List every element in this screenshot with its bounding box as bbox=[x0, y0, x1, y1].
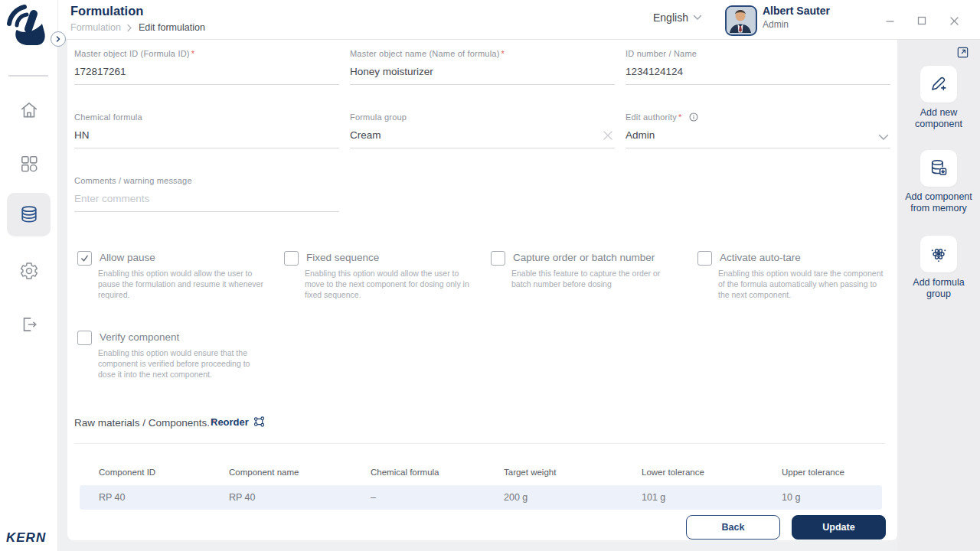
right-action-panel: Add new component Add component from mem… bbox=[897, 39, 980, 551]
database-icon bbox=[18, 204, 40, 226]
add-component-from-memory-button[interactable]: Add component from memory bbox=[897, 150, 980, 215]
field-label: Master object ID (Formula ID) bbox=[74, 49, 190, 58]
option-description: Enabling this option would tare the comp… bbox=[718, 269, 885, 301]
field-edit-authority: Edit authority* bbox=[626, 112, 890, 148]
sidebar-item-settings[interactable] bbox=[0, 249, 57, 292]
sidebar-item-apps[interactable] bbox=[0, 142, 57, 185]
option-label: Allow pause bbox=[100, 252, 155, 263]
kern-brand-text: KERN bbox=[6, 530, 46, 546]
option-activate-auto-tare: Activate auto-tare Enabling this option … bbox=[697, 251, 890, 301]
checkbox[interactable] bbox=[284, 251, 299, 266]
option-fixed-sequence: Fixed sequence Enabling this option woul… bbox=[284, 251, 477, 301]
col-header: Component ID bbox=[80, 468, 210, 477]
edit-authority-select[interactable] bbox=[626, 128, 890, 148]
section-divider bbox=[74, 443, 885, 444]
chemical-formula-input[interactable] bbox=[74, 128, 339, 148]
action-label: Add component from memory bbox=[902, 191, 975, 215]
sidebar-divider bbox=[8, 75, 48, 77]
field-master-object-id: Master object ID (Formula ID)* bbox=[74, 49, 339, 85]
page-title: Formulation bbox=[70, 4, 143, 18]
apps-grid-icon bbox=[19, 154, 39, 174]
info-icon[interactable] bbox=[689, 112, 698, 122]
col-header: Lower tolerance bbox=[622, 468, 763, 477]
touch-hand-logo-icon bbox=[6, 4, 52, 48]
breadcrumb-current: Edit formulation bbox=[139, 22, 205, 33]
user-role: Admin bbox=[763, 19, 789, 30]
field-label: Chemical formula bbox=[74, 112, 339, 122]
chevron-down-icon bbox=[693, 15, 702, 21]
window-minimize-button[interactable] bbox=[881, 12, 898, 29]
components-table-header: Component ID Component name Chemical for… bbox=[80, 460, 882, 484]
cell-target-weight: 200 g bbox=[485, 492, 622, 503]
window-maximize-button[interactable] bbox=[913, 12, 930, 29]
pencil-plus-icon bbox=[929, 74, 949, 94]
field-chemical-formula: Chemical formula bbox=[74, 112, 339, 148]
field-master-object-name: Master object name (Name of formula)* bbox=[350, 49, 615, 85]
logout-icon bbox=[19, 315, 39, 334]
option-capture-order-batch: Capture order or batch number Enable thi… bbox=[491, 251, 684, 290]
comments-input[interactable] bbox=[74, 191, 339, 212]
cell-lower-tolerance: 101 g bbox=[622, 492, 763, 503]
expand-panel-icon[interactable] bbox=[956, 46, 969, 59]
required-asterisk: * bbox=[191, 49, 194, 58]
col-header: Chemical formula bbox=[351, 468, 485, 477]
field-label: Comments / warning message bbox=[74, 176, 339, 185]
id-number-input[interactable] bbox=[626, 64, 890, 85]
col-header: Component name bbox=[210, 468, 351, 477]
sidebar-item-home[interactable] bbox=[0, 89, 57, 132]
cell-chemical-formula: – bbox=[351, 492, 485, 503]
master-object-name-input[interactable] bbox=[350, 64, 615, 85]
table-row[interactable]: RP 40 RP 40 – 200 g 101 g 10 g bbox=[80, 485, 882, 510]
option-allow-pause: Allow pause Enabling this option would a… bbox=[77, 251, 270, 301]
add-formula-group-button[interactable]: Add formula group bbox=[897, 236, 980, 301]
checkbox[interactable] bbox=[77, 331, 92, 345]
user-avatar[interactable] bbox=[725, 5, 757, 36]
option-label: Verify component bbox=[100, 331, 179, 343]
required-asterisk: * bbox=[678, 112, 681, 122]
breadcrumb: Formulation Edit formulation bbox=[70, 22, 205, 33]
master-object-id-input[interactable] bbox=[74, 64, 339, 85]
required-asterisk: * bbox=[501, 49, 505, 58]
sidebar-expand-button[interactable] bbox=[51, 31, 66, 47]
option-description: Enabling this option would allow the use… bbox=[98, 269, 265, 301]
option-label: Fixed sequence bbox=[306, 252, 379, 263]
left-sidebar: KERN bbox=[0, 0, 57, 551]
field-formula-group: Formula group bbox=[350, 112, 615, 148]
field-label: Edit authority bbox=[626, 112, 677, 122]
settings-gear-icon bbox=[19, 261, 39, 281]
option-label: Capture order or batch number bbox=[513, 252, 655, 263]
checkbox[interactable] bbox=[491, 251, 505, 266]
window-close-button[interactable] bbox=[946, 12, 962, 29]
add-new-component-button[interactable]: Add new component bbox=[897, 66, 980, 131]
checkbox[interactable] bbox=[77, 251, 92, 266]
checkbox[interactable] bbox=[697, 251, 712, 266]
language-selector[interactable]: English bbox=[653, 11, 702, 24]
action-label: Add formula group bbox=[902, 277, 975, 301]
back-button[interactable]: Back bbox=[686, 515, 780, 540]
sidebar-item-database-active[interactable] bbox=[7, 193, 51, 236]
chevron-down-icon[interactable] bbox=[878, 134, 889, 141]
components-section-title: Raw materials / Components.* bbox=[74, 417, 215, 429]
user-name: Albert Sauter bbox=[763, 5, 830, 17]
reorder-flow-icon bbox=[253, 416, 266, 428]
home-icon bbox=[19, 100, 39, 120]
option-description: Enabling this option would ensure that t… bbox=[98, 348, 265, 380]
cell-component-name: RP 40 bbox=[210, 492, 351, 503]
cell-upper-tolerance: 10 g bbox=[763, 492, 882, 503]
update-button[interactable]: Update bbox=[792, 515, 886, 540]
database-import-icon bbox=[929, 158, 949, 178]
reorder-button[interactable]: Reorder bbox=[211, 416, 266, 428]
reorder-label: Reorder bbox=[211, 416, 249, 428]
breadcrumb-parent[interactable]: Formulation bbox=[70, 22, 121, 33]
clear-field-icon[interactable] bbox=[603, 130, 613, 141]
components-table: Component ID Component name Chemical for… bbox=[80, 460, 882, 510]
breadcrumb-chevron-icon bbox=[126, 24, 133, 32]
col-header: Upper tolerance bbox=[763, 468, 882, 477]
action-label: Add new component bbox=[902, 107, 975, 131]
cell-component-id: RP 40 bbox=[80, 492, 210, 503]
kern-brand-logo: KERN bbox=[6, 530, 46, 546]
field-label: Master object name (Name of formula) bbox=[350, 49, 500, 58]
sidebar-item-logout[interactable] bbox=[0, 303, 57, 346]
formula-group-input[interactable] bbox=[350, 128, 615, 148]
field-label: Formula group bbox=[350, 112, 615, 122]
